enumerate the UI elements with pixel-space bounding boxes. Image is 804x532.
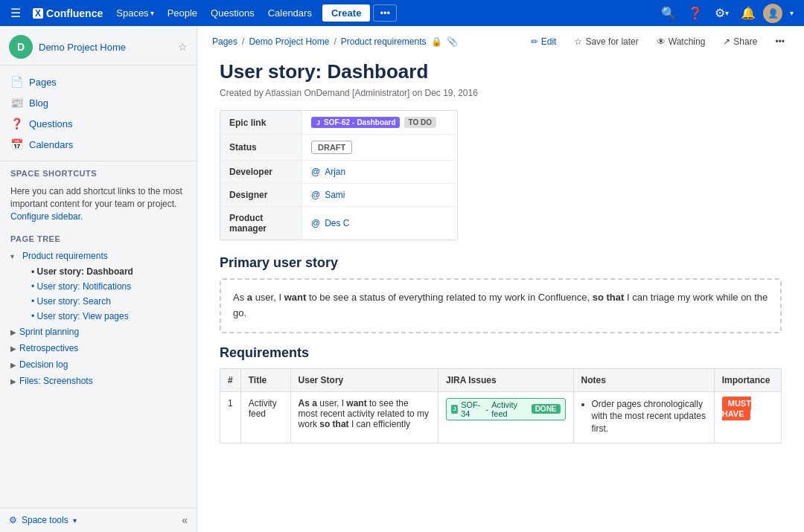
info-row-epic-link: Epic link J SOF-62 - Dashboard TO DO xyxy=(220,111,457,135)
jira-icon: J xyxy=(315,119,322,126)
space-tools-button[interactable]: ⚙ Space tools ▾ xyxy=(9,515,77,525)
story-text: As a user, I want to be see a status of … xyxy=(233,292,768,318)
sidebar-item-blog[interactable]: 📰 Blog xyxy=(0,92,197,113)
page-actions: ✏ Edit ☆ Save for later 👁 Watching ↗ Sha… xyxy=(526,33,789,50)
page-tree-label: PAGE TREE xyxy=(0,227,197,246)
at-icon: @ xyxy=(311,190,320,200)
blog-label: Blog xyxy=(29,97,48,109)
col-title: Title xyxy=(240,368,290,391)
jira-tag[interactable]: J SOF-34 - Activity feed DONE xyxy=(446,398,566,420)
developer-value: @Arjan xyxy=(302,161,354,183)
collapse-sidebar-button[interactable]: « xyxy=(182,514,188,526)
primary-user-story-title: Primary user story xyxy=(220,255,782,271)
product-manager-label: Product manager xyxy=(220,207,302,240)
watching-button[interactable]: 👁 Watching xyxy=(652,33,710,50)
search-button[interactable]: 🔍 xyxy=(657,3,680,23)
notes-list: Order pages chronologically with the mos… xyxy=(581,398,706,435)
star-icon: ☆ xyxy=(574,36,582,47)
tree-item-files-screenshots[interactable]: ▶ Files: Screenshots xyxy=(0,373,197,389)
sidebar-item-calendars[interactable]: 📅 Calendars xyxy=(0,134,197,155)
tree-item-notifications[interactable]: • User story: Notifications xyxy=(21,279,197,294)
epic-id: SOF-62 xyxy=(324,118,350,126)
questions-label: Questions xyxy=(29,118,73,129)
jira-icon: J xyxy=(451,405,458,414)
space-shortcuts-label: SPACE SHORTCUTS xyxy=(0,161,197,181)
list-item: Order pages chronologically with the mos… xyxy=(592,398,706,435)
sidebar-item-questions[interactable]: ❓ Questions xyxy=(0,113,197,134)
sidebar: D Demo Project Home ☆ 📄 Pages 📰 Blog ❓ Q… xyxy=(0,26,197,532)
tree-label: Files: Screenshots xyxy=(19,376,93,386)
info-row-product-manager: Product manager @Des C xyxy=(220,207,457,240)
col-number: # xyxy=(220,368,241,391)
status-value: DRAFT xyxy=(302,135,361,160)
avatar[interactable]: 👤 xyxy=(763,4,782,23)
edit-icon: ✏ xyxy=(531,36,538,47)
tree-item-retrospectives[interactable]: ▶ Retrospectives xyxy=(0,340,197,356)
row-user-story: As a user, I want to see the most recent… xyxy=(290,391,438,443)
tree-item-decision-log[interactable]: ▶ Decision log xyxy=(0,356,197,373)
col-importance: Importance xyxy=(714,368,781,391)
favorite-star-icon[interactable]: ☆ xyxy=(178,41,188,53)
story-as-bold: As a xyxy=(299,398,317,408)
story-sothat-bold: so that xyxy=(319,419,348,429)
requirements-table: # Title User Story JIRA Issues Notes Imp… xyxy=(220,368,782,443)
page-tree-section: PAGE TREE ▾ Product requirements • User … xyxy=(0,227,197,391)
designer-label: Designer xyxy=(220,184,302,206)
attachment-icon: 📎 xyxy=(447,36,458,47)
nav-questions[interactable]: Questions xyxy=(205,4,261,22)
project-name[interactable]: Demo Project Home xyxy=(39,42,172,53)
story-bold-sothat: so that xyxy=(593,292,625,303)
designer-mention[interactable]: Sami xyxy=(325,190,345,200)
tree-label: Product requirements xyxy=(22,251,108,261)
expand-icon: ▶ xyxy=(10,377,16,385)
nav-spaces[interactable]: Spaces ▾ xyxy=(110,4,159,22)
nav-calendars[interactable]: Calendars xyxy=(262,4,318,22)
epic-link-label: Epic link xyxy=(220,111,302,134)
page-title: User story: Dashboard xyxy=(220,60,782,83)
settings-button[interactable]: ⚙ ▾ xyxy=(710,3,733,23)
avatar-dropdown-button[interactable]: ▾ xyxy=(785,6,798,20)
share-label: Share xyxy=(733,36,757,47)
confluence-logo[interactable]: X Confluence xyxy=(27,7,109,19)
status-badge[interactable]: DRAFT xyxy=(311,141,352,154)
sidebar-item-pages[interactable]: 📄 Pages xyxy=(0,71,197,92)
epic-badge[interactable]: J SOF-62 - Dashboard xyxy=(311,117,400,128)
breadcrumb-product-requirements[interactable]: Product requirements xyxy=(341,36,427,47)
breadcrumb-sep-1: / xyxy=(242,36,244,47)
hamburger-menu-icon[interactable]: ☰ xyxy=(6,3,25,23)
col-notes: Notes xyxy=(573,368,714,391)
tree-item-search[interactable]: • User story: Search xyxy=(21,294,197,309)
breadcrumb-demo-project-home[interactable]: Demo Project Home xyxy=(249,36,329,47)
edit-button[interactable]: ✏ Edit xyxy=(526,33,561,50)
create-button[interactable]: Create xyxy=(322,4,370,22)
info-row-status: Status DRAFT xyxy=(220,135,457,161)
developer-mention[interactable]: Arjan xyxy=(325,167,345,177)
project-icon: D xyxy=(9,35,33,59)
configure-sidebar-link[interactable]: Configure sidebar. xyxy=(10,211,83,222)
story-bold-want: want xyxy=(284,292,307,303)
story-bold-a: a xyxy=(247,292,252,303)
edit-label: Edit xyxy=(541,36,557,47)
row-number: 1 xyxy=(220,391,241,443)
page-tree: ▾ Product requirements • User story: Das… xyxy=(0,246,197,391)
tree-item-view-pages[interactable]: • User story: View pages xyxy=(21,309,197,324)
product-manager-mention[interactable]: Des C xyxy=(325,218,349,228)
tree-label: Retrospectives xyxy=(19,343,78,353)
tree-children-product-requirements: • User story: Dashboard • User story: No… xyxy=(0,264,197,324)
top-nav: ☰ X Confluence Spaces ▾ People Questions… xyxy=(0,0,804,26)
tree-item-product-requirements[interactable]: ▾ Product requirements xyxy=(0,248,197,264)
tree-item-sprint-planning[interactable]: ▶ Sprint planning xyxy=(0,324,197,340)
nav-people[interactable]: People xyxy=(162,4,203,22)
row-importance: MUST HAVE xyxy=(714,391,781,443)
help-button[interactable]: ❓ xyxy=(683,3,707,23)
more-actions-button[interactable]: ••• xyxy=(770,33,789,50)
project-header: D Demo Project Home ☆ xyxy=(0,26,197,65)
epic-name: Dashboard xyxy=(357,118,395,126)
share-button[interactable]: ↗ Share xyxy=(718,33,762,50)
notifications-button[interactable]: 🔔 xyxy=(736,3,760,23)
breadcrumb-pages[interactable]: Pages xyxy=(212,36,237,47)
nav-more-button[interactable]: ••• xyxy=(373,4,397,22)
save-for-later-button[interactable]: ☆ Save for later xyxy=(570,33,642,50)
tree-item-dashboard[interactable]: • User story: Dashboard xyxy=(21,264,197,279)
table-header-row: # Title User Story JIRA Issues Notes Imp… xyxy=(220,368,782,391)
